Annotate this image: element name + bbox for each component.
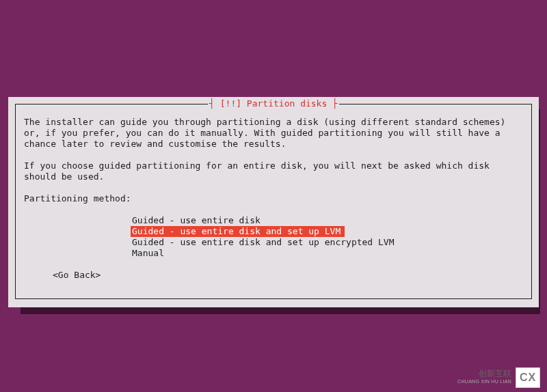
watermark-text-en: CHUANG XIN HU LIAN: [457, 378, 511, 386]
dialog-frame: ┤ [!!] Partition disks ├ The installer c…: [15, 104, 532, 299]
prompt-label: Partitioning method:: [24, 193, 523, 204]
watermark-logo-icon: CX: [516, 367, 540, 388]
installer-screen: ┤ [!!] Partition disks ├ The installer c…: [0, 0, 547, 392]
spacer: [24, 259, 523, 270]
dialog-title-wrap: ┤ [!!] Partition disks ├: [16, 98, 531, 109]
option-guided-lvm[interactable]: Guided - use entire disk and set up LVM: [131, 226, 345, 237]
intro-paragraph-2: If you choose guided partitioning for an…: [24, 160, 523, 182]
watermark: 创新互联 CHUANG XIN HU LIAN CX: [457, 367, 540, 388]
spacer: [24, 204, 523, 215]
option-guided-entire-disk[interactable]: Guided - use entire disk: [131, 215, 265, 226]
intro-paragraph-1: The installer can guide you through part…: [24, 117, 523, 150]
watermark-text-cn: 创新互联: [457, 369, 511, 378]
spacer: [24, 182, 523, 193]
spacer: [24, 150, 523, 160]
dialog-panel: ┤ [!!] Partition disks ├ The installer c…: [8, 97, 539, 307]
partition-method-list: Guided - use entire disk Guided - use en…: [131, 215, 523, 259]
option-manual[interactable]: Manual: [131, 248, 168, 259]
go-back-button[interactable]: <Go Back>: [53, 270, 523, 281]
option-guided-encrypted-lvm[interactable]: Guided - use entire disk and set up encr…: [131, 237, 399, 248]
dialog-title: ┤ [!!] Partition disks ├: [208, 98, 339, 109]
